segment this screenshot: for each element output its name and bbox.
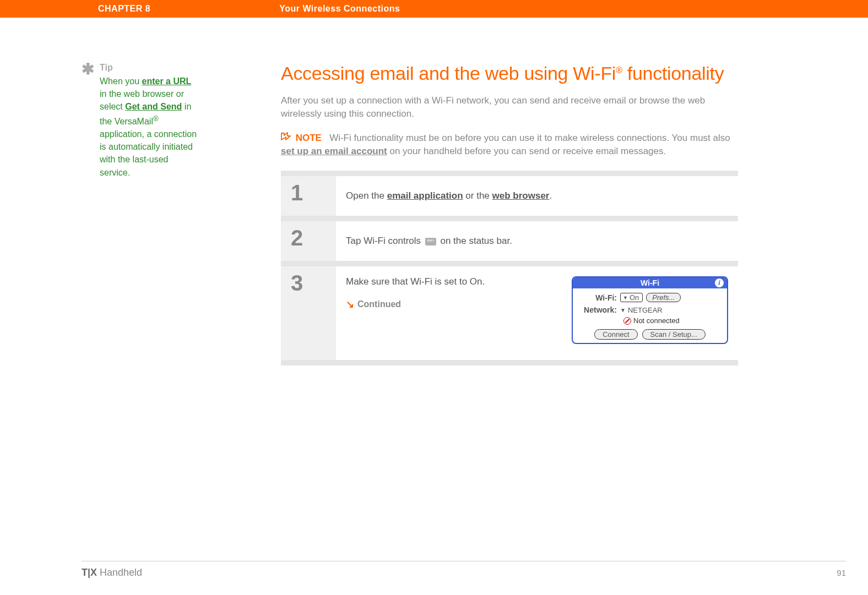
chevron-down-icon: ▼ (620, 307, 626, 313)
step-link-web-browser[interactable]: web browser (492, 190, 550, 201)
chevron-down-icon: ▼ (623, 295, 628, 301)
asterisk-icon: ✱ (82, 64, 94, 75)
footer: T|X Handheld 91 (82, 561, 846, 578)
step-text: Tap Wi-Fi controls (346, 236, 424, 246)
network-row: Network: ▼ NETGEAR (578, 305, 721, 314)
tip-label: Tip (100, 63, 199, 73)
wifi-panel-title: Wi-Fi i (573, 277, 727, 288)
continued-label: Continued (357, 299, 401, 309)
wifi-panel: Wi-Fi i Wi-Fi: ▼ On Pre (572, 276, 728, 344)
header-chapter-label: CHAPTER 8 (98, 4, 150, 14)
footer-brand-name: Handheld (97, 567, 142, 578)
step-text: . (549, 190, 552, 201)
wifi-on-dropdown[interactable]: ▼ On (620, 293, 643, 302)
step-text: Open the (346, 190, 387, 201)
step-row: 1 Open the email application or the web … (281, 176, 738, 216)
title-text: Accessing email and the web using Wi-Fi (281, 63, 616, 84)
wifi-panel-body: Wi-Fi: ▼ On Prefs... Network: ▼ (573, 288, 727, 343)
note-arrow-icon (281, 132, 291, 145)
connection-status-row: Not connected (578, 316, 721, 325)
tip-content: Tip When you enter a URL in the web brow… (100, 63, 199, 179)
note-label: NOTE (296, 133, 322, 143)
footer-brand-model: T|X (82, 567, 97, 578)
registered-symbol: ® (153, 114, 159, 123)
wifi-toggle-row: Wi-Fi: ▼ On Prefs... (578, 293, 721, 302)
steps-container: 1 Open the email application or the web … (281, 171, 738, 365)
step3-text-column: Make sure that Wi-Fi is set to On. ↘ Con… (346, 276, 550, 310)
step-number: 2 (281, 221, 336, 261)
info-icon[interactable]: i (715, 279, 724, 287)
step-content: Tap Wi-Fi controls WiFi on the status ba… (336, 221, 738, 261)
title-text: functionality (622, 63, 724, 84)
wifi-panel-title-text: Wi-Fi (641, 279, 659, 287)
tip-text-part: application, a connection is automatical… (100, 129, 197, 177)
page-number: 91 (837, 568, 846, 577)
step-text: on the status bar. (438, 236, 512, 246)
step3-screenshot-column: Wi-Fi i Wi-Fi: ▼ On Pre (572, 276, 728, 344)
connection-status-text: Not connected (633, 316, 680, 325)
wifi-panel-buttons: Connect Scan / Setup... (578, 329, 721, 340)
header-bar: CHAPTER 8 Your Wireless Connections (0, 0, 868, 18)
network-field-label: Network: (578, 305, 620, 314)
header-section-label: Your Wireless Connections (279, 4, 400, 14)
note-paragraph: NOTE Wi-Fi functionality must be on befo… (281, 132, 738, 159)
continued-indicator: ↘ Continued (346, 298, 550, 310)
wifi-status-bar-icon: WiFi (425, 238, 436, 245)
step-content: Make sure that Wi-Fi is set to On. ↘ Con… (336, 266, 738, 360)
step-row: 2 Tap Wi-Fi controls WiFi on the status … (281, 221, 738, 261)
tip-block: ✱ Tip When you enter a URL in the web br… (82, 63, 199, 179)
step-content: Open the email application or the web br… (336, 176, 738, 216)
tip-text: When you enter a URL in the web browser … (100, 75, 199, 179)
step-link-email-application[interactable]: email application (387, 190, 463, 201)
sidebar: ✱ Tip When you enter a URL in the web br… (0, 63, 204, 365)
prefs-button[interactable]: Prefs... (646, 293, 681, 302)
wifi-field-label: Wi-Fi: (578, 293, 620, 302)
note-text-part: on your handheld before you can send or … (387, 146, 666, 156)
tip-text-part: When you (100, 77, 142, 86)
page-title: Accessing email and the web using Wi-Fi®… (281, 63, 738, 84)
footer-brand: T|X Handheld (82, 567, 142, 578)
page-body: ✱ Tip When you enter a URL in the web br… (0, 18, 868, 365)
step-number: 1 (281, 176, 336, 216)
continued-arrow-icon: ↘ (346, 298, 354, 310)
step-number: 3 (281, 266, 336, 360)
step-row: 3 Make sure that Wi-Fi is set to On. ↘ C… (281, 266, 738, 360)
tip-link-enter-url[interactable]: enter a URL (142, 77, 191, 86)
note-text-part: Wi-Fi functionality must be on before yo… (329, 133, 730, 143)
not-connected-icon (623, 317, 631, 325)
network-name-value[interactable]: NETGEAR (628, 306, 663, 314)
step-text: or the (463, 190, 492, 201)
registered-symbol: ® (616, 65, 622, 75)
connect-button[interactable]: Connect (594, 329, 637, 340)
scan-setup-button[interactable]: Scan / Setup... (642, 329, 706, 340)
note-link-setup-email[interactable]: set up an email account (281, 146, 387, 156)
main-content: Accessing email and the web using Wi-Fi®… (204, 63, 738, 365)
step-text: Make sure that Wi-Fi is set to On. (346, 276, 550, 287)
wifi-dropdown-value: On (630, 293, 639, 302)
intro-paragraph: After you set up a connection with a Wi-… (281, 94, 738, 121)
tip-link-get-and-send[interactable]: Get and Send (125, 102, 182, 111)
